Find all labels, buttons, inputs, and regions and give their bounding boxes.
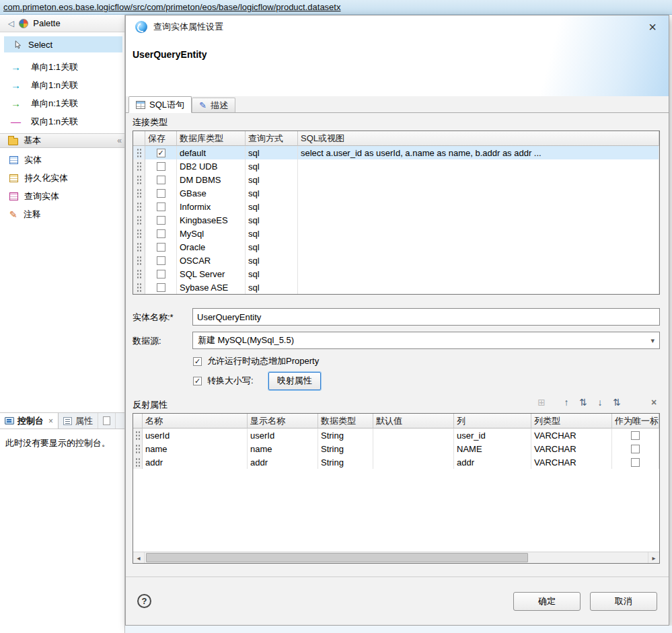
row-handle[interactable] [133,281,145,294]
palette-item-rel-bidir[interactable]: — 双向1:n关联 [0,112,124,131]
query-mode-cell[interactable]: sql [246,200,298,213]
row-handle[interactable] [133,442,143,455]
save-checkbox-cell[interactable] [145,227,177,240]
row-handle[interactable] [133,173,145,186]
sql-cell[interactable] [298,186,659,200]
default-value-cell[interactable] [373,429,454,442]
palette-item-rel-1to1[interactable]: → 单向1:1关联 [0,58,124,76]
col-header-dbtype[interactable]: 数据库类型 [177,131,246,146]
sql-table-row[interactable]: GBasesql [133,186,659,200]
column-cell[interactable]: user_id [454,429,531,442]
sql-cell[interactable] [298,173,659,186]
tab-partial[interactable] [98,413,116,429]
palette-item-select[interactable]: Select [4,36,122,52]
scrollbar-track[interactable] [145,552,648,563]
db-type-cell[interactable]: OSCAR [177,254,246,267]
column-cell[interactable]: NAME [454,442,531,455]
unique-checkbox-cell[interactable] [612,442,659,455]
allow-dynamic-checkbox[interactable]: ✓ [193,357,202,366]
db-type-cell[interactable]: default [177,146,246,159]
scroll-right-icon[interactable]: ▸ [648,552,659,563]
ok-button[interactable]: 确定 [513,592,581,611]
sql-cell[interactable] [298,227,659,240]
sql-table-row[interactable]: KingbaseESsql [133,213,659,227]
row-handle[interactable] [133,186,145,200]
save-checkbox[interactable] [157,283,165,292]
close-tab-icon[interactable]: × [48,416,53,426]
sql-cell[interactable] [298,240,659,254]
sql-table-row[interactable]: SQL Serversql [133,267,659,281]
sql-table-row[interactable]: Oraclesql [133,240,659,254]
sql-cell[interactable] [298,254,659,267]
col-header-data-type[interactable]: 数据类型 [318,414,373,429]
dialog-titlebar[interactable]: 查询实体属性设置 × [126,15,669,38]
save-checkbox[interactable] [157,256,165,265]
palette-item-rel-1ton[interactable]: → 单向1:n关联 [0,76,124,94]
sql-table-row[interactable]: Sybase ASEsql [133,281,659,294]
close-dialog-button[interactable]: × [646,21,659,33]
save-checkbox-cell[interactable] [145,254,177,267]
db-type-cell[interactable]: Sybase ASE [177,281,246,294]
col-header-column[interactable]: 列 [454,414,531,429]
palette-item-persistent-entity[interactable]: 持久化实体 [0,169,124,187]
db-type-cell[interactable]: DM DBMS [177,173,246,186]
row-handle[interactable] [133,240,145,254]
query-mode-cell[interactable]: sql [246,254,298,267]
row-handle[interactable] [133,455,143,469]
save-checkbox[interactable] [157,229,165,238]
unique-checkbox-cell[interactable] [612,455,659,469]
scroll-left-icon[interactable]: ◂ [133,552,145,563]
sql-table-row[interactable]: DM DBMSsql [133,173,659,186]
sql-cell[interactable]: select a.user_id as userId, a.name as na… [298,146,659,159]
query-mode-cell[interactable]: sql [246,281,298,294]
prop-table-row[interactable]: addraddrStringaddrVARCHAR [133,455,659,469]
unique-checkbox[interactable] [631,431,640,440]
col-header-default[interactable]: 默认值 [373,414,454,429]
save-checkbox-cell[interactable]: ✓ [145,146,177,159]
save-checkbox[interactable] [157,243,165,252]
save-checkbox[interactable] [157,162,165,171]
col-header-name[interactable]: 名称 [143,414,248,429]
db-type-cell[interactable]: Informix [177,200,246,213]
sql-table-row[interactable]: DB2 UDBsql [133,159,659,173]
row-handle[interactable] [133,213,145,227]
move-down-icon[interactable]: ↓ [594,396,606,408]
row-handle[interactable] [133,159,145,173]
query-mode-cell[interactable]: sql [246,186,298,200]
palette-item-note[interactable]: ✎ 注释 [0,205,124,223]
delete-icon[interactable]: × [648,396,660,408]
row-handle[interactable] [133,200,145,213]
palette-header[interactable]: ◁ Palette [0,15,124,32]
default-value-cell[interactable] [373,455,454,469]
save-checkbox-cell[interactable] [145,281,177,294]
data-type-cell[interactable]: String [318,442,373,455]
save-checkbox-cell[interactable] [145,186,177,200]
sql-cell[interactable] [298,159,659,173]
sort-asc-icon[interactable]: ⇅ [577,396,589,408]
map-properties-button[interactable]: 映射属性 [268,372,321,390]
col-header-querymode[interactable]: 查询方式 [246,131,298,146]
column-cell[interactable]: addr [454,455,531,469]
row-handle[interactable] [133,267,145,281]
unique-checkbox[interactable] [631,445,640,453]
display-name-cell[interactable]: addr [248,455,318,469]
col-header-sql[interactable]: SQL或视图 [298,131,659,146]
palette-item-entity[interactable]: 实体 [0,151,124,169]
query-mode-cell[interactable]: sql [246,227,298,240]
name-cell[interactable]: name [143,442,248,455]
case-convert-checkbox[interactable]: ✓ [193,377,202,385]
tab-sql-statement[interactable]: SQL语句 [128,96,192,113]
row-handle[interactable] [133,227,145,240]
col-header-save[interactable]: 保存 [145,131,177,146]
tab-description[interactable]: ✎ 描述 [192,98,235,112]
tab-console[interactable]: 控制台 × [0,413,59,429]
palette-item-rel-nto1[interactable]: → 单向n:1关联 [0,94,124,112]
save-checkbox-cell[interactable] [145,200,177,213]
column-type-cell[interactable]: VARCHAR [531,455,612,469]
sql-table-row[interactable]: MySqlsql [133,227,659,240]
save-checkbox[interactable] [157,202,165,211]
data-type-cell[interactable]: String [318,455,373,469]
query-mode-cell[interactable]: sql [246,213,298,227]
palette-item-query-entity[interactable]: 查询实体 [0,187,124,205]
default-value-cell[interactable] [373,442,454,455]
